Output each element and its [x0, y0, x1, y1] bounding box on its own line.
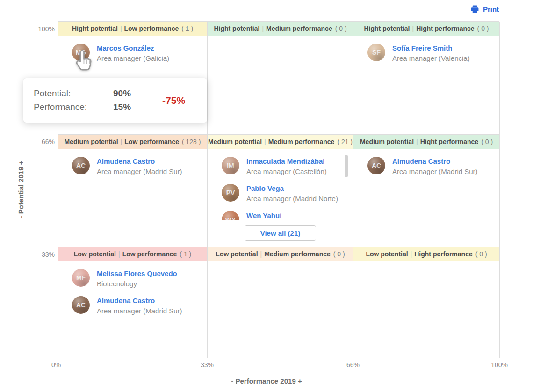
cell-header: Low potential|Hight performance( 0 )	[353, 247, 499, 261]
person-card: AC Almudena Castro Area manager (Madrid …	[72, 157, 207, 176]
person-card: AC Almudena Castro Area manager (Madrid …	[367, 157, 499, 176]
header-performance: Medium performance	[264, 250, 331, 258]
x-axis-label: - Performance 2019 +	[0, 377, 533, 385]
avatar[interactable]: PV	[222, 184, 239, 202]
cell-header: Low potential|Medium performance( 0 )	[208, 247, 353, 261]
header-potential: Hight potential	[214, 25, 259, 32]
cell-header: Medium potential|Medium performance( 21 …	[208, 135, 353, 149]
print-label: Print	[483, 5, 499, 13]
avatar-initials: IM	[227, 162, 234, 169]
cell-medium-potential-low-performance: Medium potential|Low performance( 128 ) …	[58, 135, 208, 247]
cell-body: SF Sofía Freire Smith Area manager (Vale…	[353, 36, 499, 134]
header-count: ( 21 )	[337, 138, 353, 145]
print-button[interactable]: Print	[470, 5, 499, 14]
header-separator: |	[408, 250, 415, 258]
person-name-link[interactable]: Wen Yahui	[246, 211, 287, 220]
person-name-link[interactable]: Pablo Vega	[246, 184, 338, 193]
cell-header: Medium potential|Hight performance( 0 )	[353, 135, 499, 149]
nine-box-grid: Hight potential|Low performance( 1 ) MG …	[58, 21, 499, 358]
header-potential: Hight potential	[364, 25, 410, 32]
header-count: ( 128 )	[182, 138, 201, 145]
avatar[interactable]: MG	[72, 44, 90, 61]
cell-header: Low potential|Low performance( 1 )	[58, 247, 207, 261]
person-name-link[interactable]: Almudena Castro	[392, 157, 478, 166]
person-name-link[interactable]: Melissa Flores Quevedo	[97, 269, 177, 278]
avatar-initials: MG	[76, 49, 86, 56]
cell-body	[208, 36, 353, 134]
tooltip-potential-label: Potential:	[34, 88, 113, 99]
header-potential: Low potential	[366, 250, 408, 258]
avatar-initials: SF	[372, 49, 381, 56]
header-count: ( 1 )	[181, 25, 193, 32]
header-count: ( 0 )	[475, 250, 487, 258]
view-all-footer: View all (21)	[208, 220, 353, 247]
header-separator: |	[118, 25, 124, 32]
person-name-link[interactable]: Marcos González	[97, 44, 169, 53]
y-tick-33: 33%	[27, 251, 55, 258]
header-separator: |	[414, 138, 420, 145]
header-performance: Hight performance	[414, 250, 472, 258]
person-card: MG Marcos González Area manager (Galicia…	[72, 44, 207, 63]
header-potential: Medium potential	[360, 138, 414, 145]
person-card: PV Pablo Vega Area manager (Madrid Norte…	[222, 184, 353, 203]
person-name-link[interactable]: Inmaculada Mendizábal	[246, 157, 327, 166]
header-potential: Medium potential	[65, 138, 118, 145]
tooltip-performance-label: Performance:	[34, 102, 113, 112]
person-name-link[interactable]: Almudena Castro	[97, 157, 182, 166]
header-count: ( 1 )	[180, 250, 191, 258]
header-performance: Hight performance	[416, 25, 474, 32]
header-count: ( 0 )	[481, 138, 493, 145]
person-name-link[interactable]: Sofía Freire Smith	[392, 44, 470, 53]
cell-header: Medium potential|Low performance( 128 )	[58, 135, 207, 149]
header-separator: |	[118, 138, 125, 145]
avatar-initials: AC	[76, 162, 86, 169]
avatar[interactable]: AC	[72, 157, 90, 174]
avatar[interactable]: MF	[72, 269, 90, 287]
cell-body	[208, 261, 353, 358]
person-card: AC Almudena Castro Area manager (Madrid …	[72, 296, 207, 316]
view-all-button[interactable]: View all (21)	[245, 225, 317, 241]
cell-body: AC Almudena Castro Area manager (Madrid …	[58, 149, 207, 247]
person-role: Biotecnology	[97, 279, 177, 289]
person-name-link[interactable]: Almudena Castro	[97, 297, 182, 305]
person-role: Area manager (Madrid Norte)	[246, 194, 338, 203]
avatar-initials: AC	[372, 162, 381, 169]
person-role: Area manager (Madrid Sur)	[97, 306, 182, 316]
cell-header: Hight potential|Medium performance( 0 )	[208, 22, 353, 36]
x-tick-33: 33%	[188, 361, 226, 369]
printer-icon	[470, 5, 479, 14]
cell-body	[353, 261, 499, 358]
scrollbar-thumb[interactable]	[345, 155, 348, 177]
person-card: SF Sofía Freire Smith Area manager (Vale…	[367, 44, 499, 63]
avatar-initials: MF	[76, 274, 86, 282]
header-separator: |	[259, 25, 266, 32]
person-card: MF Melissa Flores Quevedo Biotecnology	[72, 269, 207, 289]
cell-high-potential-medium-performance: Hight potential|Medium performance( 0 )	[208, 22, 353, 135]
header-separator: |	[116, 250, 122, 258]
cell-body: MF Melissa Flores Quevedo Biotecnology A…	[58, 261, 207, 358]
avatar[interactable]: AC	[367, 157, 385, 174]
cell-header: Hight potential|Hight performance( 0 )	[353, 22, 499, 36]
person-role: Area manager (Galicia)	[97, 54, 169, 63]
avatar[interactable]: AC	[72, 296, 90, 314]
cell-high-potential-high-performance: Hight potential|Hight performance( 0 ) S…	[353, 22, 500, 135]
nine-box-grid-page: Print 100% 66% 33% - Potential 2019 + - …	[0, 0, 533, 392]
cell-header: Hight potential|Low performance( 1 )	[58, 22, 207, 36]
tooltip-performance-value: 15%	[113, 102, 131, 112]
person-role: Area manager (Valencia)	[392, 54, 470, 63]
header-performance: Medium performance	[268, 138, 335, 145]
y-axis-label: - Potential 2019 +	[17, 161, 25, 218]
person-role: Area manager (Madrid Sur)	[97, 167, 182, 176]
avatar[interactable]: IM	[222, 157, 239, 174]
cell-medium-potential-medium-performance: Medium potential|Medium performance( 21 …	[208, 135, 353, 247]
cell-medium-potential-high-performance: Medium potential|Hight performance( 0 ) …	[353, 135, 500, 247]
header-potential: Low potential	[74, 250, 116, 258]
y-tick-100: 100%	[27, 25, 55, 33]
header-potential: Hight potential	[72, 25, 118, 32]
person-role: Area manager (Castellón)	[246, 167, 327, 176]
avatar[interactable]: SF	[367, 44, 385, 61]
header-potential: Medium potential	[208, 138, 262, 145]
header-count: ( 0 )	[333, 250, 345, 258]
tooltip-delta-value: -75%	[162, 95, 185, 106]
header-performance: Low performance	[124, 138, 179, 145]
